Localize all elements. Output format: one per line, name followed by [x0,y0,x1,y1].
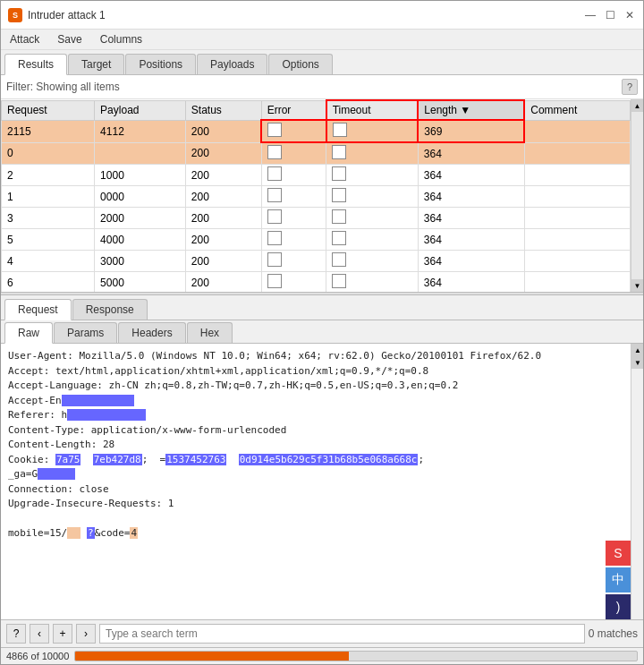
orange-2: 4 [130,527,138,539]
side-btn-moon[interactable]: ) [606,594,631,619]
req-line-2: Accept: text/html,application/xhtml+xml,… [8,364,623,379]
highlight-6: 0d914e5b629c5f31b68b5e068a668c [239,454,419,465]
app-icon: S [8,8,22,22]
search-matches: 0 matches [589,627,638,640]
search-add-button[interactable]: + [53,624,72,644]
menu-save[interactable]: Save [52,31,87,47]
col-timeout[interactable]: Timeout [326,100,419,120]
minimize-button[interactable]: — [584,9,597,21]
highlight-5: 1537452763 [165,454,226,465]
request-scrollbar[interactable]: ▲ ▼ [631,344,643,619]
request-area: User-Agent: Mozilla/5.0 (Windows NT 10.0… [1,344,643,619]
tab-request[interactable]: Request [4,299,72,320]
highlight-4: 7eb427d8 [93,454,142,465]
request-text-area: User-Agent: Mozilla/5.0 (Windows NT 10.0… [1,344,631,619]
close-button[interactable]: ✕ [623,9,636,21]
highlight-1 [62,395,134,406]
status-bar: 4866 of 10000 [1,647,643,664]
title-bar: S Intruder attack 1 — ☐ ✕ [1,1,643,30]
scroll-up-button[interactable]: ▲ [631,99,644,112]
search-input[interactable] [99,624,585,644]
maximize-button[interactable]: ☐ [604,9,616,21]
sub-tab-hex[interactable]: Hex [187,322,233,343]
req-line-3: Accept-Language: zh-CN zh;q=0.8,zh-TW;q=… [8,379,623,394]
side-btn-zh[interactable]: 中 [606,567,631,593]
menu-columns[interactable]: Columns [95,31,148,47]
highlight-8: ? [87,527,95,539]
sub-tab-headers[interactable]: Headers [118,322,185,343]
highlight-7 [38,468,75,480]
req-line-11: Upgrade-Insecure-Requests: 1 [8,497,623,512]
sub-tab-raw[interactable]: Raw [4,322,53,344]
col-request[interactable]: Request [2,100,95,120]
req-scroll-down[interactable]: ▼ [631,356,643,369]
progress-bar-container [74,651,638,661]
bottom-toolbar: ? ‹ + › 0 matches [1,619,643,647]
scroll-down-button[interactable]: ▼ [631,279,644,292]
req-line-5: Referer: h [8,408,623,423]
main-tab-bar: Results Target Positions Payloads Option… [1,50,643,75]
highlight-2 [67,409,146,421]
col-length[interactable]: Length ▼ [418,100,524,120]
tab-response[interactable]: Response [72,299,148,320]
filter-text: Filter: Showing all items [6,81,120,93]
search-help-button[interactable]: ? [6,624,26,644]
results-table: Request Payload Status Error Timeout Len… [1,99,631,292]
side-btn-s[interactable]: S [606,541,631,566]
req-line-blank [8,512,623,527]
req-line-1: User-Agent: Mozilla/5.0 (Windows NT 10.0… [8,349,623,364]
req-line-7: Content-Length: 28 [8,438,623,453]
main-content: Filter: Showing all items ? Request Payl… [1,75,643,664]
req-line-8: Cookie: 7a75 7eb427d8; =1537452763 0d914… [8,453,623,468]
results-table-scroll[interactable]: Request Payload Status Error Timeout Len… [1,99,631,292]
filter-bar: Filter: Showing all items ? [1,75,643,99]
req-line-9: _ga=G [8,467,623,482]
scroll-track [631,112,644,279]
req-line-6: Content-Type: application/x-www-form-url… [8,423,623,439]
search-next-button[interactable]: › [76,624,96,644]
rr-tab-bar: Request Response [1,295,643,320]
filter-help-button[interactable]: ? [622,79,638,95]
highlight-3: 7a75 [55,454,81,465]
col-comment[interactable]: Comment [524,100,630,120]
results-table-wrapper: Request Payload Status Error Timeout Len… [1,99,643,292]
req-line-4: Accept-En [8,394,623,409]
tab-payloads[interactable]: Payloads [197,54,267,74]
tab-options[interactable]: Options [268,54,332,74]
main-window: S Intruder attack 1 — ☐ ✕ Attack Save Co… [0,0,644,665]
req-line-body: mobile=15/ ?&code=4 [8,526,623,541]
side-buttons: S 中 ) [606,541,631,619]
col-error[interactable]: Error [261,100,326,120]
status-text: 4866 of 10000 [6,651,69,661]
col-payload[interactable]: Payload [95,100,186,120]
req-line-10: Connection: close [8,482,623,498]
window-controls: — ☐ ✕ [584,9,636,21]
req-scroll-up[interactable]: ▲ [631,344,643,356]
sub-tab-bar: Raw Params Headers Hex [1,320,643,344]
col-status[interactable]: Status [185,100,261,120]
tab-target[interactable]: Target [68,54,124,74]
bottom-panel: User-Agent: Mozilla/5.0 (Windows NT 10.0… [1,344,643,664]
tab-results[interactable]: Results [4,54,67,75]
progress-bar-fill [75,652,348,661]
sub-tab-params[interactable]: Params [54,322,117,343]
menu-attack[interactable]: Attack [4,31,45,47]
menu-bar: Attack Save Columns [1,30,643,50]
window-title: Intruder attack 1 [28,9,106,21]
orange-1 [67,527,80,539]
title-bar-left: S Intruder attack 1 [8,8,106,22]
tab-positions[interactable]: Positions [125,54,196,74]
search-prev-button[interactable]: ‹ [30,624,49,644]
table-scrollbar[interactable]: ▲ ▼ [631,99,643,292]
